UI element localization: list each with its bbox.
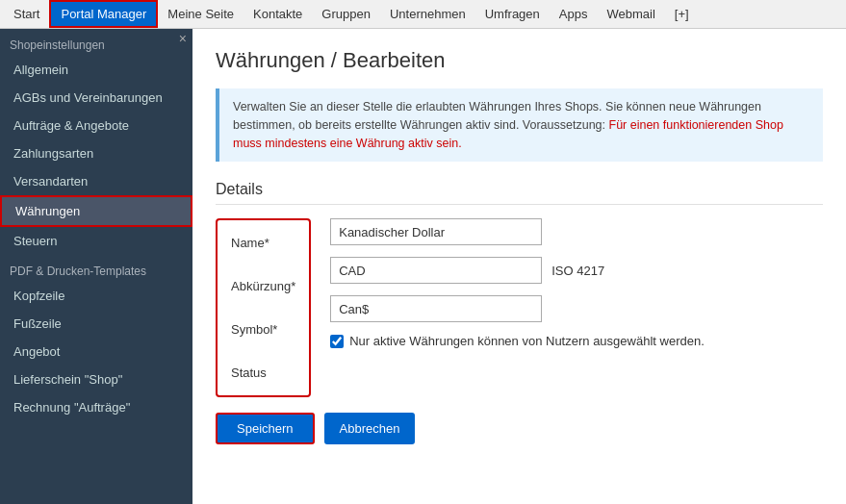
input-abkuerzung[interactable] [330,257,542,284]
form-fields: ISO 4217 Nur aktive Währungen können von… [330,218,823,397]
nav-plus[interactable]: [+] [665,0,699,28]
sidebar-close-button[interactable]: × [179,31,187,46]
main-content: Währungen / Bearbeiten Verwalten Sie an … [192,29,846,504]
sidebar-item-agb[interactable]: AGBs und Vereinbarungen [0,84,192,112]
page-title: Währungen / Bearbeiten [216,48,823,73]
sidebar-item-angebot[interactable]: Angebot [0,338,192,365]
nav-portal-manager[interactable]: Portal Manager [49,0,158,28]
label-symbol: Symbol* [231,316,295,342]
input-symbol[interactable] [330,295,542,322]
sidebar-item-lieferschein[interactable]: Lieferschein "Shop" [0,365,192,393]
nav-apps[interactable]: Apps [550,0,598,28]
field-row-abkuerzung: ISO 4217 [330,257,823,284]
field-row-status: Nur aktive Währungen können von Nutzern … [330,334,823,348]
sidebar-item-fusszeile[interactable]: Fußzeile [0,310,192,338]
sidebar-item-steuern[interactable]: Steuern [0,227,192,255]
sidebar: × Shopeinstellungen Allgemein AGBs und V… [0,29,192,504]
nav-meine-seite[interactable]: Meine Seite [158,0,244,28]
field-row-symbol [330,295,823,322]
checkbox-label: Nur aktive Währungen können von Nutzern … [349,334,705,348]
section-title-details: Details [216,181,823,205]
sidebar-item-waehrungen[interactable]: Währungen [0,195,192,227]
form-labels-box: Name* Abkürzung* Symbol* Status [216,218,311,397]
form-area: Name* Abkürzung* Symbol* Status ISO 4217 [216,218,823,397]
top-navigation: Start Portal Manager Meine Seite Kontakt… [0,0,846,29]
info-box: Verwalten Sie an dieser Stelle die erlau… [216,88,823,162]
field-row-name [330,218,823,245]
label-status: Status [231,360,295,386]
nav-umfragen[interactable]: Umfragen [475,0,550,28]
iso-label: ISO 4217 [551,264,604,278]
checkbox-status[interactable] [330,335,344,348]
cancel-button[interactable]: Abbrechen [324,413,416,444]
sidebar-item-kopfzeile[interactable]: Kopfzeile [0,282,192,310]
nav-start[interactable]: Start [4,0,49,28]
nav-kontakte[interactable]: Kontakte [244,0,312,28]
sidebar-item-zahlungsarten[interactable]: Zahlungsarten [0,139,192,167]
sidebar-item-versandarten[interactable]: Versandarten [0,167,192,195]
main-layout: × Shopeinstellungen Allgemein AGBs und V… [0,29,846,504]
nav-gruppen[interactable]: Gruppen [312,0,380,28]
label-abkuerzung: Abkürzung* [231,273,295,299]
sidebar-item-rechnung[interactable]: Rechnung "Aufträge" [0,393,192,421]
sidebar-item-allgemein[interactable]: Allgemein [0,56,192,84]
button-row: Speichern Abbrechen [216,413,823,444]
sidebar-section-pdf: PDF & Drucken-Templates [0,255,192,282]
nav-unternehmen[interactable]: Unternehmen [380,0,475,28]
label-name: Name* [231,230,295,256]
sidebar-item-auftraege[interactable]: Aufträge & Angebote [0,112,192,139]
save-button[interactable]: Speichern [216,413,315,444]
input-name[interactable] [330,218,542,245]
sidebar-section-shopeinstellungen: Shopeinstellungen [0,29,192,56]
nav-webmail[interactable]: Webmail [597,0,664,28]
